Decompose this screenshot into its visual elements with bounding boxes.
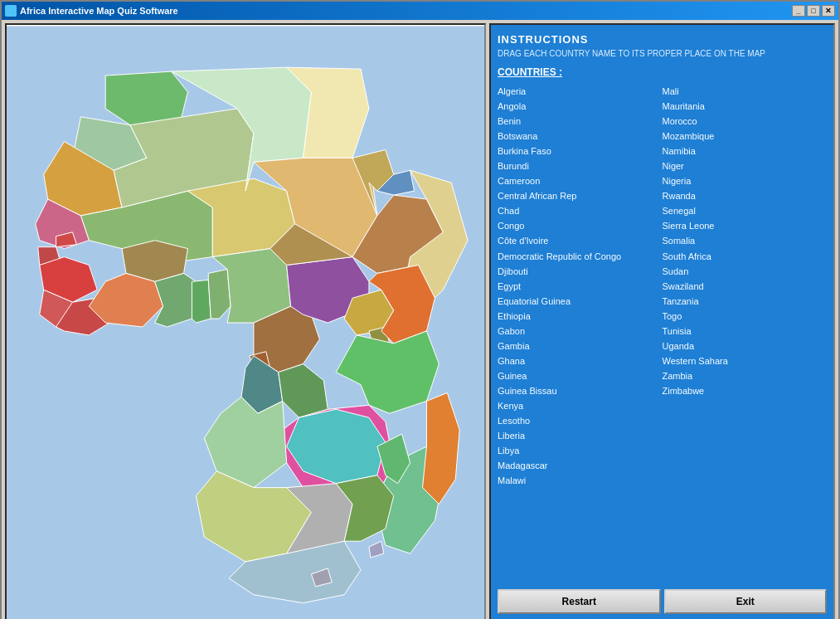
instructions-text: DRAG EACH COUNTRY NAME TO ITS PROPER PLA…	[498, 49, 827, 58]
country-item[interactable]: Western Sahara	[663, 354, 828, 368]
country-item[interactable]: Mali	[663, 85, 828, 99]
country-item[interactable]: Somalia	[663, 234, 828, 248]
country-item[interactable]: Rwanda	[663, 189, 828, 203]
country-item[interactable]: Benin	[498, 115, 663, 129]
country-item[interactable]: Guinea	[498, 369, 663, 383]
minimize-button[interactable]: _	[792, 5, 805, 17]
country-item[interactable]: Cameroon	[498, 174, 663, 188]
country-item[interactable]: Gambia	[498, 339, 663, 353]
country-item[interactable]: South Africa	[663, 250, 828, 264]
country-item[interactable]: Mauritania	[663, 100, 828, 114]
maximize-button[interactable]: □	[807, 5, 820, 17]
country-item[interactable]: Botswana	[498, 129, 663, 144]
app-icon	[5, 5, 17, 17]
country-item[interactable]: Lesotho	[498, 414, 663, 428]
country-item[interactable]: Morocco	[663, 115, 828, 129]
country-item[interactable]: Liberia	[498, 429, 663, 443]
country-item[interactable]: Djibouti	[498, 265, 663, 279]
map-panel: South Africa Central African Rep Chad	[5, 23, 486, 619]
country-item[interactable]: Angola	[498, 100, 663, 114]
window-title: Africa Interactive Map Quiz Software	[20, 6, 178, 16]
country-item[interactable]: Côte d'Ivoire	[498, 234, 663, 248]
country-item[interactable]: Libya	[498, 444, 663, 458]
country-item[interactable]: Democratic Republic of Congo	[498, 250, 663, 264]
country-item[interactable]: Malawi	[498, 474, 663, 488]
countries-col-left: AlgeriaAngolaBeninBotswanaBurkina FasoBu…	[498, 85, 663, 578]
close-button[interactable]: ✕	[822, 5, 835, 17]
country-item[interactable]: Senegal	[663, 204, 828, 218]
country-item[interactable]: Madagascar	[498, 459, 663, 473]
country-item[interactable]: Uganda	[663, 339, 828, 353]
country-item[interactable]: Nigeria	[663, 174, 828, 188]
country-item[interactable]: Algeria	[498, 85, 663, 99]
country-item[interactable]: Zimbabwe	[663, 384, 828, 398]
countries-grid: AlgeriaAngolaBeninBotswanaBurkina FasoBu…	[498, 85, 827, 578]
country-item[interactable]: Burundi	[498, 159, 663, 173]
country-item[interactable]: Sierra Leone	[663, 219, 828, 233]
africa-map: South Africa Central African Rep Chad	[7, 25, 484, 619]
title-bar: Africa Interactive Map Quiz Software _ □…	[2, 2, 838, 20]
right-panel: INSTRUCTIONS DRAG EACH COUNTRY NAME TO I…	[489, 23, 835, 619]
country-item[interactable]: Zambia	[663, 369, 828, 383]
window-controls: _ □ ✕	[792, 5, 835, 17]
country-item[interactable]: Egypt	[498, 280, 663, 294]
country-item[interactable]: Central African Rep	[498, 189, 663, 203]
country-item[interactable]: Guinea Bissau	[498, 384, 663, 398]
country-item[interactable]: Namibia	[663, 144, 828, 158]
country-item[interactable]: Equatorial Guinea	[498, 295, 663, 309]
country-item[interactable]: Mozambique	[663, 129, 828, 144]
country-item[interactable]: Burkina Faso	[498, 144, 663, 158]
countries-label: COUNTRIES :	[498, 66, 827, 78]
country-item[interactable]: Swaziland	[663, 280, 828, 294]
country-item[interactable]: Kenya	[498, 399, 663, 413]
country-item[interactable]: Ethiopia	[498, 310, 663, 324]
country-item[interactable]: Chad	[498, 204, 663, 218]
main-window: Africa Interactive Map Quiz Software _ □…	[0, 0, 840, 619]
countries-col-right: MaliMauritaniaMoroccoMozambiqueNamibiaNi…	[663, 85, 828, 578]
instructions-title: INSTRUCTIONS	[498, 33, 827, 46]
country-item[interactable]: Tanzania	[663, 295, 828, 309]
country-item[interactable]: Gabon	[498, 324, 663, 339]
content-area: South Africa Central African Rep Chad IN…	[2, 20, 838, 619]
button-bar: Restart Exit	[498, 584, 827, 614]
country-item[interactable]: Tunisia	[663, 324, 828, 339]
country-item[interactable]: Ghana	[498, 354, 663, 368]
country-item[interactable]: Niger	[663, 159, 828, 173]
exit-button[interactable]: Exit	[664, 589, 828, 614]
country-item[interactable]: Sudan	[663, 265, 828, 279]
country-item[interactable]: Congo	[498, 219, 663, 233]
restart-button[interactable]: Restart	[498, 589, 661, 614]
country-item[interactable]: Togo	[663, 310, 828, 324]
